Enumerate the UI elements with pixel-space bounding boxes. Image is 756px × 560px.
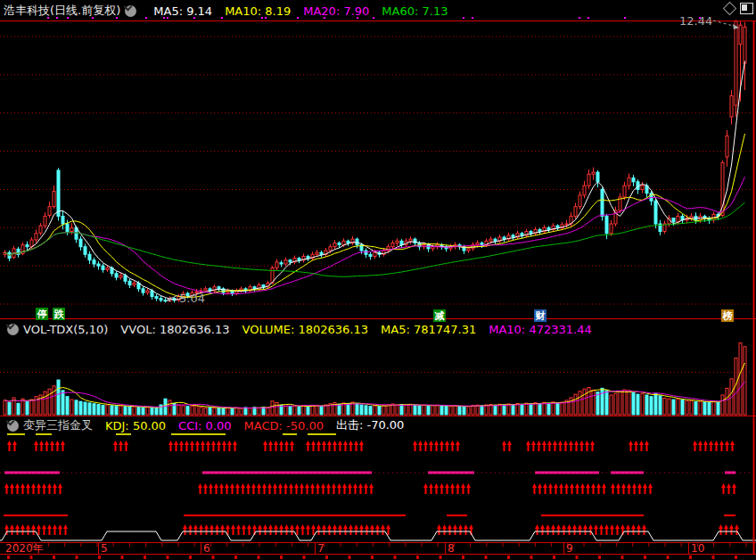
signal-indicator-name: 变异三指金叉 — [23, 417, 93, 433]
vol-ma10-label: MA10: 472331.44 — [489, 323, 591, 336]
vvol-label: VVOL: 1802636.13 — [120, 323, 229, 336]
annotation-arrows — [166, 21, 739, 301]
axis-label-6: 6 — [203, 543, 210, 554]
window-layout-icon[interactable] — [740, 3, 753, 14]
volume-label: VOLUME: 1802636.13 — [242, 323, 368, 336]
signal-arrows — [4, 434, 739, 535]
signal-header-bar: 变异三指金叉 KDJ: 50.00 CCI: 0.00 MACD: -50.00… — [3, 417, 404, 433]
axis-label-5: 5 — [101, 543, 108, 554]
axis-label-2020年: 2020年 — [5, 543, 44, 554]
volume-indicator-name: VOL-TDX(5,10) — [23, 323, 108, 336]
ma5-label: MA5: 9.14 — [153, 4, 212, 18]
chart-graphics-canvas[interactable] — [0, 0, 756, 560]
low-price-annotation: 5.04 — [179, 292, 205, 305]
ma60-label: MA60: 7.13 — [382, 4, 448, 18]
stock-app-window: 浩丰科技(日线.前复权) MA5: 9.14 MA10: 8.19 MA20: … — [0, 0, 756, 560]
panel-borders — [0, 21, 756, 555]
event-badge-榜[interactable]: 榜 — [721, 309, 734, 322]
collapse-main-chart-icon[interactable] — [125, 5, 136, 17]
axis-label-9: 9 — [566, 543, 573, 554]
stock-title: 浩丰科技(日线.前复权) — [4, 3, 120, 19]
event-badge-财[interactable]: 财 — [534, 309, 546, 322]
event-badge-停[interactable]: 停 — [36, 308, 48, 320]
event-badge-减[interactable]: 减 — [433, 309, 446, 322]
axis-label-10: 10 — [691, 543, 704, 554]
event-badge-跌[interactable]: 跌 — [53, 308, 65, 320]
ma20-label: MA20: 7.90 — [303, 4, 369, 18]
diamond-icon[interactable] — [723, 2, 737, 16]
collapse-signal-icon[interactable] — [7, 420, 19, 432]
chuji-label: 出击: -70.00 — [336, 417, 404, 433]
axis-ticks — [7, 543, 746, 559]
window-controls — [725, 3, 753, 14]
macd-label: MACD: -50.00 — [244, 419, 324, 432]
volume-header-bar: VOL-TDX(5,10) VVOL: 1802636.13 VOLUME: 1… — [3, 321, 592, 337]
cci-label: CCI: 0.00 — [178, 419, 231, 432]
high-price-annotation: 12.44 — [679, 14, 712, 28]
axis-label-7: 7 — [317, 543, 325, 554]
vol-ma5-label: MA5: 781747.31 — [381, 323, 476, 336]
kdj-label: KDJ: 50.00 — [105, 419, 166, 432]
chart-title-bar: 浩丰科技(日线.前复权) MA5: 9.14 MA10: 8.19 MA20: … — [4, 3, 448, 19]
ma10-label: MA10: 8.19 — [225, 4, 291, 18]
axis-label-8: 8 — [448, 543, 455, 554]
collapse-volume-icon[interactable] — [7, 324, 19, 335]
